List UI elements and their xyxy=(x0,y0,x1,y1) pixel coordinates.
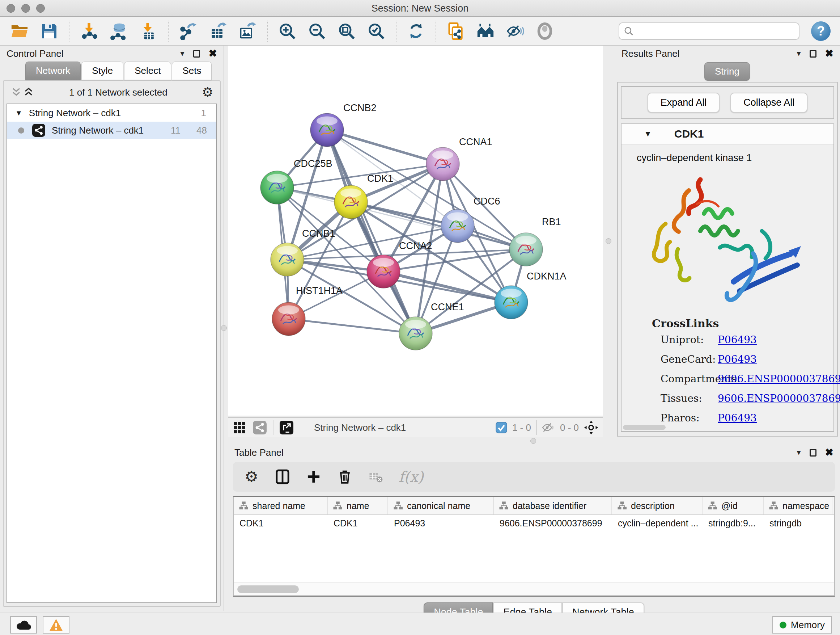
column-header-database-identifier[interactable]: database identifier xyxy=(494,497,612,515)
expand-all-icon[interactable] xyxy=(22,87,35,98)
table-row[interactable]: CDK1CDK1P064939606.ENSP00000378699cyclin… xyxy=(234,515,834,531)
delete-table-button[interactable] xyxy=(368,469,384,485)
tab-sets[interactable]: Sets xyxy=(172,62,212,80)
show-details-button[interactable] xyxy=(535,22,554,41)
create-column-button[interactable] xyxy=(305,469,322,485)
control-panel-float-icon[interactable] xyxy=(193,50,200,57)
table-horizontal-scrollbar[interactable] xyxy=(234,582,834,595)
selected-checkbox-icon[interactable] xyxy=(496,422,507,433)
network-node-cdkn1a[interactable]: CDKN1A xyxy=(494,271,567,319)
crosslink-value-link[interactable]: 9606.ENSP00000378699 xyxy=(718,393,840,404)
export-image-button[interactable] xyxy=(238,22,257,41)
import-network-file-button[interactable] xyxy=(80,22,98,41)
collapse-all-icon[interactable] xyxy=(10,87,22,98)
network-options-gear-icon[interactable]: ⚙ xyxy=(202,86,213,99)
zoom-fit-button[interactable] xyxy=(337,22,356,41)
expand-all-button[interactable]: Expand All xyxy=(647,93,720,112)
control-panel-minimize-icon[interactable]: ▾ xyxy=(180,50,184,57)
results-panel-close-icon[interactable]: ✖ xyxy=(825,49,834,59)
column-header-id[interactable]: @id xyxy=(703,497,764,515)
birdseye-toggle-button[interactable] xyxy=(584,420,598,435)
help-button[interactable]: ? xyxy=(811,21,831,41)
network-node-hist1h1a[interactable]: HIST1H1A xyxy=(272,285,343,336)
detach-view-button[interactable] xyxy=(279,420,294,435)
network-edge-ccnb2-ccna1[interactable] xyxy=(327,130,443,164)
zoom-selected-button[interactable] xyxy=(367,22,386,41)
network-edge-hist1h1a-ccne1[interactable] xyxy=(289,319,416,333)
bottom-splitter-handle[interactable] xyxy=(531,438,536,444)
network-overview-button[interactable] xyxy=(476,22,495,41)
table-cell[interactable]: CDK1 xyxy=(328,518,388,529)
results-panel-float-icon[interactable] xyxy=(810,50,816,57)
maximize-window-button[interactable] xyxy=(36,4,45,13)
table-cell[interactable]: 9606.ENSP00000378699 xyxy=(494,518,612,529)
scrollbar-thumb[interactable] xyxy=(237,585,299,593)
memory-button[interactable]: Memory xyxy=(772,616,832,633)
network-row[interactable]: String Network – cdk1 11 48 xyxy=(7,122,216,139)
import-network-database-button[interactable] xyxy=(109,22,128,41)
crosslink-value-link[interactable]: P06493 xyxy=(718,353,757,365)
collapse-all-button[interactable]: Collapse All xyxy=(730,93,807,112)
table-cell[interactable]: cyclin–dependent ... xyxy=(612,518,703,529)
warnings-button[interactable] xyxy=(43,616,69,633)
hidden-eye-icon[interactable] xyxy=(542,422,555,433)
show-columns-button[interactable] xyxy=(274,469,291,485)
gene-section-header[interactable]: ▼ CDK1 xyxy=(622,124,834,144)
show-grid-button[interactable] xyxy=(232,420,247,435)
tab-style[interactable]: Style xyxy=(81,62,123,80)
minimize-window-button[interactable] xyxy=(21,4,30,13)
table-cell[interactable]: stringdb:9... xyxy=(703,518,764,529)
control-panel-close-icon[interactable]: ✖ xyxy=(209,49,217,59)
search-icon xyxy=(624,26,634,36)
results-panel-minimize-icon[interactable]: ▾ xyxy=(797,50,801,57)
column-header-namespace[interactable]: namespace xyxy=(764,497,832,515)
zoom-out-button[interactable] xyxy=(308,22,326,41)
table-cell[interactable]: stringdb xyxy=(764,518,832,529)
column-header-name[interactable]: name xyxy=(328,497,388,515)
duplicate-network-button[interactable] xyxy=(447,22,465,41)
refresh-network-button[interactable] xyxy=(407,22,425,41)
network-node-rb1[interactable]: RB1 xyxy=(509,217,561,266)
export-table-button[interactable] xyxy=(208,22,227,41)
table-panel-close-icon[interactable]: ✖ xyxy=(825,448,834,458)
table-panel-float-icon[interactable] xyxy=(810,449,816,456)
search-input[interactable] xyxy=(638,26,794,37)
gene-collapse-icon[interactable]: ▼ xyxy=(644,129,652,139)
open-session-button[interactable] xyxy=(10,22,29,41)
hide-details-button[interactable] xyxy=(506,22,524,41)
table-cell[interactable]: CDK1 xyxy=(234,518,328,529)
table-options-button[interactable]: ⚙ xyxy=(243,469,260,485)
left-splitter-handle[interactable] xyxy=(221,325,227,331)
network-node-cdc6[interactable]: CDC6 xyxy=(441,196,500,242)
network-node-ccne1[interactable]: CCNE1 xyxy=(399,302,464,350)
import-table-button[interactable] xyxy=(139,22,158,41)
table-cell[interactable]: P06493 xyxy=(388,518,494,529)
section-scrollbar-thumb[interactable] xyxy=(623,425,666,430)
network-share-view-button[interactable] xyxy=(253,420,267,435)
right-splitter-handle[interactable] xyxy=(606,238,611,244)
column-tree-icon xyxy=(769,501,778,510)
save-session-button[interactable] xyxy=(40,22,58,41)
zoom-in-button[interactable] xyxy=(278,22,297,41)
network-node-ccna1[interactable]: CCNA1 xyxy=(426,136,493,181)
tab-string[interactable]: String xyxy=(704,62,750,81)
function-builder-button[interactable]: f(x) xyxy=(399,469,424,485)
close-window-button[interactable] xyxy=(6,4,15,13)
network-collection-row[interactable]: ▼ String Network – cdk1 1 xyxy=(7,104,216,122)
export-network-button[interactable] xyxy=(179,22,197,41)
column-header-shared-name[interactable]: shared name xyxy=(234,497,328,515)
table-panel-minimize-icon[interactable]: ▾ xyxy=(797,448,801,456)
crosslink-value-link[interactable]: 9606.ENSP00000378699 xyxy=(718,373,840,385)
collection-expand-icon[interactable]: ▼ xyxy=(15,109,22,117)
network-canvas[interactable]: CCNB2CCNA1CDC25BCDK1CDC6RB1CCNB1CCNA2CDK… xyxy=(228,46,603,416)
network-edge-ccnb2-ccne1[interactable] xyxy=(327,130,416,333)
column-header-description[interactable]: description xyxy=(612,497,703,515)
tab-network[interactable]: Network xyxy=(25,62,81,80)
column-header-canonical-name[interactable]: canonical name xyxy=(388,497,494,515)
delete-column-button[interactable] xyxy=(336,469,353,485)
crosslink-value-link[interactable]: P06493 xyxy=(718,412,757,424)
tab-select[interactable]: Select xyxy=(124,62,171,80)
cloud-button[interactable] xyxy=(10,616,37,633)
crosslink-value-link[interactable]: P06493 xyxy=(718,334,757,346)
gear-icon: ⚙ xyxy=(245,469,258,485)
